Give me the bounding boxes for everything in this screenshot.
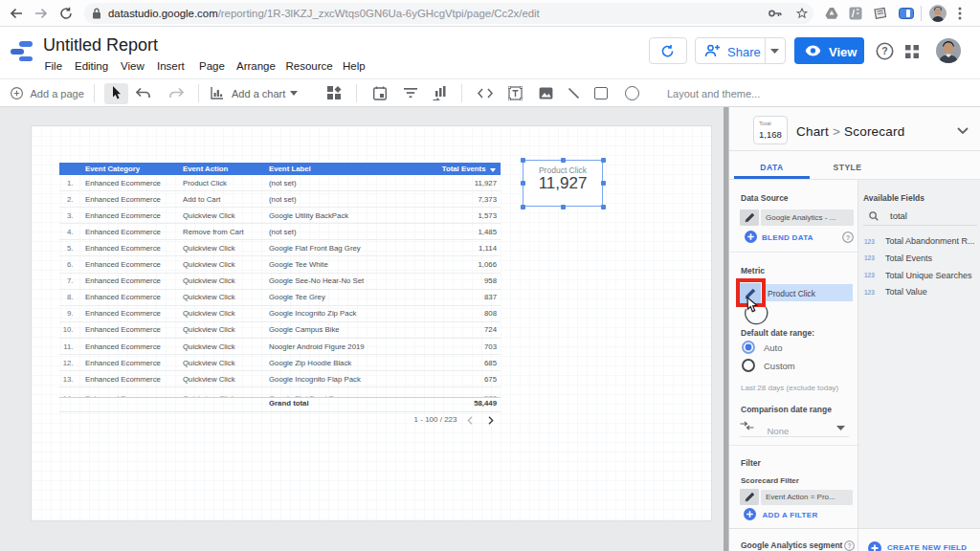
- svg-text:?: ?: [847, 542, 851, 549]
- svg-text:?: ?: [845, 232, 850, 241]
- svg-text:?: ?: [881, 45, 887, 56]
